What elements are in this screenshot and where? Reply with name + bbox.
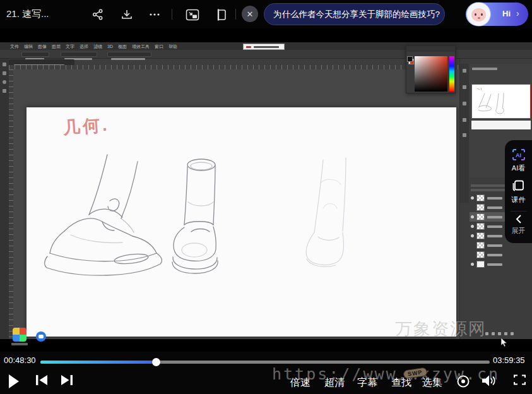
- side-menu-item-AI看[interactable]: AIAI看: [511, 148, 526, 173]
- current-time: 00:48:30: [4, 355, 36, 365]
- toolbar-separator: [235, 9, 236, 20]
- layer-row: [470, 260, 532, 269]
- layer-thumbnail: [476, 213, 485, 220]
- layer-name: [487, 254, 502, 256]
- progress-fill: [40, 361, 156, 364]
- ps-menu-item: 视图: [118, 44, 127, 49]
- ps-document-tab: [9, 59, 74, 65]
- layer-row: [470, 250, 532, 260]
- foreground-color-swatch: [407, 56, 413, 62]
- side-menu-item-课件[interactable]: 课件: [511, 179, 526, 205]
- chat-app-icon: [36, 331, 46, 342]
- layer-name: [487, 197, 502, 200]
- assistant-greeting: Hi: [502, 9, 511, 18]
- picture-in-picture-icon[interactable]: [184, 6, 201, 23]
- ai-question-pill[interactable]: 为什么作者今天想分享关于脚部的绘画技巧?: [264, 3, 445, 25]
- ps-color-picker-panel: [406, 45, 456, 93]
- layer-thumbnail: [476, 261, 485, 268]
- desktop-app-icon: [13, 328, 27, 342]
- canvas-annotation: 几何.: [62, 113, 110, 139]
- mouse-cursor: [500, 338, 507, 347]
- next-episode-button[interactable]: [61, 374, 73, 386]
- hue-strip: [449, 56, 454, 92]
- share-icon[interactable]: [90, 6, 106, 23]
- close-button[interactable]: ✕: [242, 6, 258, 22]
- courseware-icon: [511, 179, 526, 193]
- layer-thumbnail: [476, 194, 485, 201]
- ps-panel-icon-strip: [460, 64, 469, 203]
- layer-visibility-icon: [471, 196, 474, 200]
- download-icon[interactable]: [119, 6, 135, 23]
- layer-visibility-icon: [471, 234, 474, 237]
- shoe-sketches: [27, 107, 456, 337]
- ps-horizontal-ruler: [9, 65, 459, 69]
- watermark-url: https://www.wxzyw.cn: [272, 365, 500, 383]
- fullscreen-icon[interactable]: [514, 374, 526, 385]
- layer-name: [487, 216, 502, 218]
- ps-menu-item: 图层: [52, 44, 61, 49]
- ps-menu-item: 窗口: [155, 44, 163, 49]
- progress-knob[interactable]: [152, 358, 160, 366]
- ps-menu-item: 文件: [10, 44, 19, 49]
- navigator-thumbnail: [471, 84, 531, 119]
- toolbar-separator: [172, 9, 172, 20]
- collapse-icon: [514, 214, 523, 224]
- side-menu-label: AI看: [512, 164, 525, 173]
- layer-name: [487, 206, 502, 209]
- side-menu-item-展开[interactable]: 展开: [512, 214, 526, 236]
- side-menu-label: 课件: [512, 195, 526, 205]
- layer-name: [487, 235, 502, 237]
- ps-vertical-ruler: [9, 69, 13, 339]
- ps-menu-item: 图像: [38, 44, 47, 49]
- layer-thumbnail: [476, 204, 485, 211]
- ps-menu-item: 编辑: [24, 44, 33, 49]
- layer-name: [487, 263, 502, 266]
- ps-menu-item: 增效工具: [132, 44, 150, 49]
- svg-text:AI: AI: [516, 152, 521, 158]
- video-title: 21. 速写...: [6, 8, 49, 20]
- layer-visibility-icon: [471, 225, 474, 228]
- desktop-app-label: [11, 343, 28, 345]
- ai-view-icon: AI: [511, 148, 526, 162]
- layer-thumbnail: [476, 232, 485, 239]
- ps-menu-item: 3D: [107, 44, 113, 49]
- ps-menu-item: 滤镜: [93, 44, 102, 49]
- saturation-square: [415, 56, 447, 92]
- top-bar: 21. 速写...: [0, 0, 532, 28]
- side-menu-label: 展开: [512, 226, 526, 236]
- watermark-site-name: 万象资源网: [395, 318, 487, 340]
- ps-application: 文件编辑图像图层文字选择滤镜3D视图增效工具窗口帮助 几何.: [0, 42, 532, 339]
- ps-menu-item: 选择: [80, 44, 88, 49]
- ps-panel-footer-icons: [485, 332, 514, 335]
- layer-visibility-icon: [471, 263, 474, 266]
- layer-name: [487, 244, 502, 247]
- layer-name: [487, 225, 502, 228]
- assistant-avatar: [467, 3, 490, 26]
- ps-menu-item: 文字: [66, 44, 74, 49]
- layer-thumbnail: [476, 223, 485, 230]
- ps-toolbar: [0, 59, 9, 339]
- layer-thumbnail: [476, 251, 485, 258]
- more-options-icon[interactable]: [146, 6, 163, 23]
- play-button[interactable]: [8, 374, 20, 388]
- video-frame[interactable]: 文件编辑图像图层文字选择滤镜3D视图增效工具窗口帮助 几何.: [0, 28, 532, 352]
- dock-side-icon[interactable]: [212, 6, 228, 23]
- chevron-right-icon: ›: [516, 8, 519, 18]
- navigator-preview-extra: [471, 121, 531, 129]
- ai-question-text: 为什么作者今天想分享关于脚部的绘画技巧?: [273, 9, 440, 20]
- ps-menu-item: 帮助: [168, 44, 177, 49]
- total-duration: 03:59:35: [493, 355, 525, 365]
- layer-thumbnail: [476, 242, 485, 249]
- player-side-menu: AIAI看 课件 展开: [505, 140, 532, 243]
- ps-transform-tooltip: [243, 44, 285, 50]
- video-player-window: 21. 速写...: [0, 0, 532, 394]
- side-menu-divider: [511, 211, 527, 212]
- layer-visibility-icon: [471, 215, 474, 218]
- previous-episode-button[interactable]: [35, 374, 48, 386]
- drawing-canvas: 几何.: [27, 107, 456, 337]
